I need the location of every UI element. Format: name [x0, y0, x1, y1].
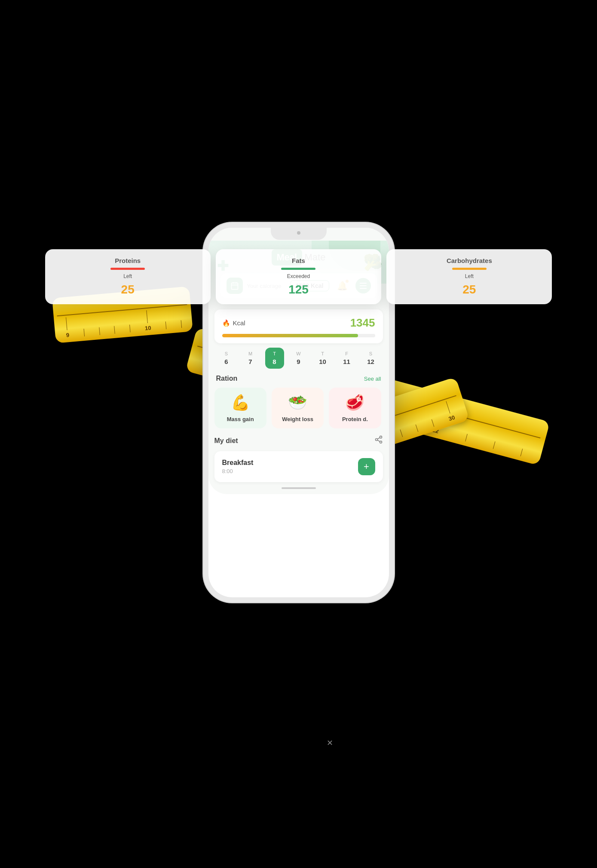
protein-label: Protein d.: [342, 416, 368, 422]
progress-bar-fill: [222, 334, 358, 337]
protein-macro-card: Proteins Left 25: [45, 249, 211, 304]
ration-card-weight-loss[interactable]: 🥗 Weight loss: [272, 388, 324, 428]
cal-day-mon[interactable]: M 7: [241, 348, 260, 369]
bottom-pill: [282, 487, 316, 489]
carbs-macro-status: Left: [465, 273, 474, 279]
cal-day-tue[interactable]: T 8: [265, 348, 284, 369]
mass-gain-label: Mass gain: [227, 416, 254, 422]
carbs-macro-value: 25: [462, 283, 476, 296]
weight-loss-label: Weight loss: [282, 416, 313, 422]
cal-day-sat[interactable]: S 12: [361, 348, 380, 369]
carbs-macro-card: Carbohydrates Left 25: [386, 249, 552, 304]
diet-header: My diet: [214, 435, 383, 446]
meal-info: Breakfast 8:00: [222, 459, 254, 474]
carbs-macro-bar: [452, 268, 487, 270]
protein-macro-title: Proteins: [115, 257, 141, 264]
meal-time: 8:00: [222, 468, 254, 474]
fats-macro-card: Fats Exceeded 125: [216, 249, 381, 304]
cal-day-wed[interactable]: W 9: [289, 348, 308, 369]
ration-section-header: Ration See all: [216, 375, 381, 382]
calorie-progress: 🔥 Kcal 1345: [214, 309, 383, 343]
cal-day-thu[interactable]: T 10: [313, 348, 332, 369]
cal-day-sun[interactable]: S 6: [217, 348, 236, 369]
cal-day-fri[interactable]: F 11: [337, 348, 356, 369]
protein-emoji: 🥩: [345, 394, 364, 412]
svg-point-6: [380, 441, 382, 443]
diet-title: My diet: [214, 437, 238, 445]
ration-card-mass-gain[interactable]: 💪 Mass gain: [214, 388, 266, 428]
fats-macro-title: Fats: [292, 257, 305, 264]
phone-notch: [271, 228, 327, 240]
ration-cards: 💪 Mass gain 🥗 Weight loss 🥩 Protein d.: [208, 388, 389, 428]
add-meal-button[interactable]: +: [358, 458, 375, 475]
floating-macros: Proteins Left 25 Fats Exceeded 125 Carbo…: [37, 249, 561, 304]
fats-macro-bar: [281, 268, 315, 270]
ration-card-protein[interactable]: 🥩 Protein d.: [329, 388, 381, 428]
mass-gain-emoji: 💪: [231, 394, 250, 412]
close-button[interactable]: ✕: [327, 738, 333, 748]
protein-macro-bar: [110, 268, 145, 270]
cal-number: 1345: [350, 316, 375, 330]
diet-section: My diet Breakfast 8:00: [214, 435, 383, 482]
meal-name: Breakfast: [222, 459, 254, 467]
calendar-strip: S 6 M 7 T 8 W 9 T 10: [214, 348, 383, 369]
breakfast-card: Breakfast 8:00 +: [214, 451, 383, 482]
see-all-button[interactable]: See all: [364, 376, 381, 382]
svg-point-4: [380, 436, 382, 438]
share-icon[interactable]: [374, 435, 383, 446]
fats-macro-value: 125: [288, 283, 309, 296]
progress-bar-bg: [222, 334, 375, 337]
svg-point-5: [375, 439, 377, 441]
svg-line-7: [377, 440, 380, 441]
carbs-macro-title: Carbohydrates: [447, 257, 492, 264]
protein-macro-value: 25: [121, 283, 135, 296]
bottom-bar: [208, 482, 389, 494]
fats-macro-status: Exceeded: [287, 273, 310, 279]
svg-line-8: [377, 437, 380, 439]
cal-fire-label: 🔥 Kcal: [222, 319, 245, 327]
ration-title: Ration: [216, 375, 238, 382]
weight-loss-emoji: 🥗: [288, 394, 307, 412]
protein-macro-status: Left: [123, 273, 132, 279]
